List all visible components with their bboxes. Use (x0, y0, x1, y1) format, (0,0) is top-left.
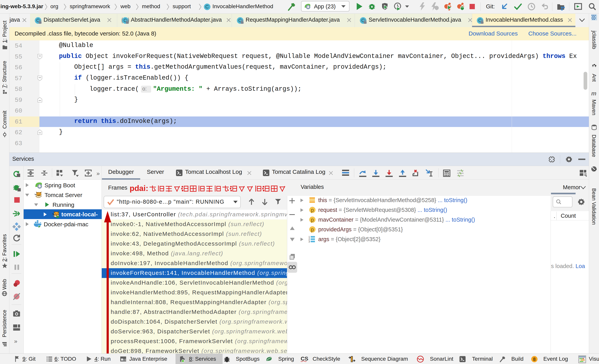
svg-text:3: 3 (308, 240, 310, 243)
svg-text:EE: EE (123, 359, 126, 361)
svg-text:p: p (311, 227, 314, 233)
svg-text:p: p (311, 207, 314, 213)
svg-text:8: 8 (533, 356, 536, 362)
svg-text:CS: CS (301, 356, 308, 362)
svg-text:C: C (205, 4, 209, 9)
svg-text:p: p (311, 217, 314, 223)
